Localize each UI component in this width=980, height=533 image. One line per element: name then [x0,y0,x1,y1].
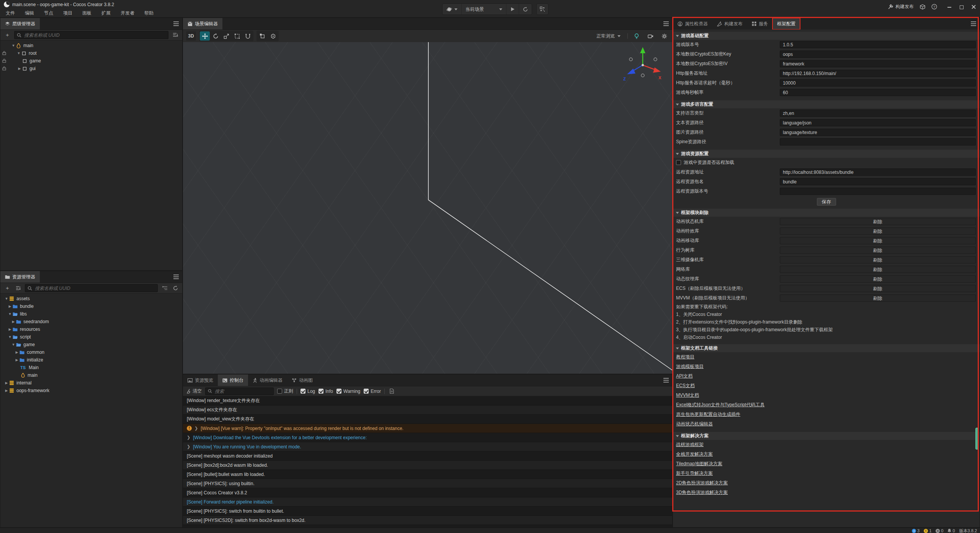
package-manager-button[interactable] [920,4,925,10]
coordinate-toggle-button[interactable] [268,31,278,41]
link-2d-rpg-solution[interactable]: 2D角色扮演游戏解决方案 [673,478,980,488]
remove-module-button[interactable]: 剔除 [780,227,976,235]
lock-icon[interactable] [2,66,6,70]
spine-res-path-input[interactable] [780,138,976,146]
menu-panel[interactable]: 面板 [77,9,96,17]
scene-viewport[interactable]: X Z [183,42,672,374]
expand-chevron-icon[interactable]: ❯ [187,435,190,440]
link-hotupdate-plugin[interactable]: 原生包热更新配置自动生成插件 [673,410,980,419]
menu-project[interactable]: 项目 [58,9,77,17]
fps-input[interactable] [780,89,976,96]
panel-menu-icon[interactable] [173,276,179,277]
log-row-info[interactable]: ❯ [Window] Download the Vue Devtools ext… [183,433,672,442]
asset-row-main-scene[interactable]: main [0,371,182,379]
filter-error-checkbox[interactable]: Error [364,389,381,394]
expand-chevron-icon[interactable]: ❯ [187,444,190,449]
regex-checkbox[interactable]: 正则 [277,388,293,394]
transform-gizmo-button[interactable] [243,31,253,41]
hierarchy-node-root[interactable]: ▼ root [0,49,182,57]
log-row[interactable]: [Scene] [PHYSICS2D]: switch from box2d-w… [183,516,672,525]
asset-row-libs[interactable]: ▼ libs [0,310,182,318]
lock-icon[interactable] [2,51,6,55]
checkbox-checked-icon[interactable] [364,389,369,394]
asset-row-resources[interactable]: ▶ resources [0,325,182,333]
remote-version-input[interactable] [780,188,976,195]
view-mode-select[interactable]: 正常浏览 [593,32,624,41]
minimize-button[interactable] [947,5,952,9]
tab-build-publish[interactable]: 构建发布 [712,18,747,29]
tab-scene-editor[interactable]: 场景编辑器 [183,18,222,29]
log-row[interactable]: [Scene] Cocos Creator v3.8.2 [183,488,672,497]
clear-console-button[interactable]: 清空 [186,388,202,394]
remove-module-button[interactable]: 剔除 [780,218,976,225]
tab-assets[interactable]: 资源管理器 [0,271,40,283]
move-tool-button[interactable] [200,31,210,41]
lock-icon[interactable] [2,59,6,63]
text-res-path-input[interactable] [780,119,976,126]
scale-tool-button[interactable] [221,31,231,41]
asset-row-bundle[interactable]: ▶ bundle [0,302,182,310]
refresh-assets-icon[interactable] [172,285,179,292]
expand-chevron-icon[interactable]: ❯ [194,426,198,431]
scene-settings-button[interactable] [659,31,669,41]
chevron-right-icon[interactable]: ▶ [8,327,12,331]
scene-camera-button[interactable] [645,31,655,41]
language-types-input[interactable] [780,110,976,117]
remove-module-button[interactable]: 剔除 [780,256,976,263]
create-node-button[interactable]: ＋ [3,32,11,39]
link-3d-rpg-solution[interactable]: 3D角色扮演游戏解决方案 [673,488,980,497]
tab-hierarchy[interactable]: 层级管理器 [0,18,40,29]
hierarchy-search-input[interactable] [23,32,166,38]
help-button[interactable]: ? [931,4,937,10]
info-count[interactable]: i 3 [912,528,920,533]
checkbox-icon[interactable] [277,389,282,394]
chevron-down-icon[interactable]: ▼ [11,44,16,47]
log-row[interactable]: [Scene] [bullet]:bullet wasm lib loaded. [183,470,672,479]
tab-animation-graph[interactable]: 动画图 [287,374,317,386]
remote-bundle-input[interactable] [780,178,976,185]
remove-module-button[interactable]: 剔除 [780,237,976,244]
panel-menu-icon[interactable] [173,23,179,24]
chevron-right-icon[interactable]: ▶ [4,381,9,385]
checkbox-checked-icon[interactable] [301,389,305,394]
dimension-toggle-button[interactable]: 3D [186,31,196,41]
notification-count[interactable]: 0 [947,528,955,533]
chevron-right-icon[interactable]: ▶ [4,389,9,392]
tab-console[interactable]: 控制台 [218,374,248,386]
log-row-warning[interactable]: ! ❯ [Window] [Vue warn]: Property "onInp… [183,424,672,433]
menu-file[interactable]: 文件 [1,9,20,17]
asset-row-internal[interactable]: ▶ internal [0,379,182,387]
rect-tool-button[interactable] [232,31,242,41]
chevron-right-icon[interactable]: ▶ [15,358,19,362]
chevron-down-icon[interactable]: ▼ [8,312,12,316]
section-header-modules[interactable]: 框架模块剔除 [673,209,980,217]
preview-qr-button[interactable] [536,3,549,15]
crypto-key-input[interactable] [780,51,976,58]
log-row-info[interactable]: ❯ [Window] You are running Vue in develo… [183,442,672,451]
asset-row-oops-framework[interactable]: ▶ oops-framework [0,387,182,394]
chevron-right-icon[interactable]: ▶ [15,350,19,354]
filter-warning-checkbox[interactable]: Warning [336,389,360,394]
chevron-right-icon[interactable]: ▶ [8,304,12,308]
tab-asset-preview[interactable]: 资源预览 [183,374,218,386]
crypto-iv-input[interactable] [780,60,976,67]
asset-row-assets[interactable]: ▼ assets [0,295,182,302]
asset-row-game[interactable]: ▼ game [0,341,182,348]
asset-row-initialize[interactable]: ▶ initialize [0,356,182,364]
chevron-right-icon[interactable]: ▶ [11,320,16,324]
create-asset-button[interactable]: ＋ [3,285,11,292]
tab-property-inspector[interactable]: 属性检查器 [673,18,712,29]
close-button[interactable] [972,5,976,9]
error-count[interactable]: × 0 [936,528,943,533]
remote-load-checkbox[interactable] [676,160,681,165]
menu-edit[interactable]: 编辑 [20,9,39,17]
link-fullstack-solution[interactable]: 全栈开发解决方案 [673,450,980,459]
log-row[interactable]: [Scene] [PHYSICS]: switch from builtin t… [183,507,672,516]
section-header-docs[interactable]: 框架文档工具链接 [673,344,980,352]
asset-row-common[interactable]: ▶ common [0,348,182,356]
link-template-project[interactable]: 游戏模板项目 [673,362,980,371]
link-chess-framework[interactable]: 战棋游戏框架 [673,440,980,450]
link-excel-tool[interactable]: Excel格式转Json文件与TypeScript代码工具 [673,400,980,410]
warning-count[interactable]: ! 1 [924,528,931,533]
section-header-resource[interactable]: 游戏资源配置 [673,150,980,158]
